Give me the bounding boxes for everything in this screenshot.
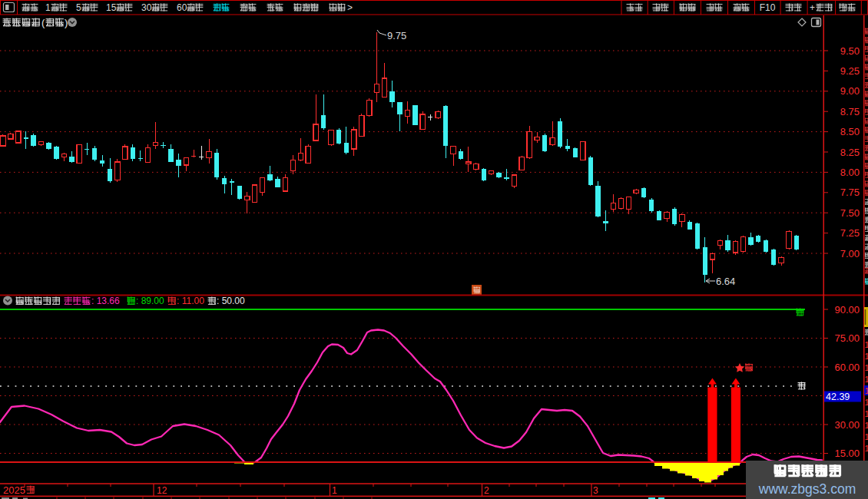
svg-text:9.25: 9.25 — [840, 65, 860, 77]
svg-text:: 13.66: : 13.66 — [91, 296, 120, 306]
svg-text:7.50: 7.50 — [840, 207, 860, 219]
svg-text:2: 2 — [484, 485, 489, 496]
svg-text:7.25: 7.25 — [840, 227, 860, 239]
svg-text:+: + — [810, 2, 815, 13]
svg-text:: 89.00: : 89.00 — [136, 296, 164, 306]
svg-text:9.00: 9.00 — [840, 85, 860, 97]
svg-text:6.64: 6.64 — [716, 276, 735, 287]
svg-text:15.00: 15.00 — [834, 448, 860, 459]
svg-text:1: 1 — [865, 444, 868, 453]
svg-text:>: > — [347, 2, 353, 13]
svg-text:75.00: 75.00 — [834, 332, 860, 344]
svg-text:7.75: 7.75 — [840, 187, 860, 198]
svg-text:30.00: 30.00 — [834, 419, 860, 431]
svg-text:8.50: 8.50 — [840, 126, 860, 137]
svg-text:1: 1 — [332, 485, 337, 496]
svg-text:90.00: 90.00 — [834, 304, 860, 316]
svg-text:1: 1 — [865, 340, 868, 349]
svg-text:2025: 2025 — [3, 484, 25, 496]
svg-text:8.00: 8.00 — [840, 167, 860, 178]
svg-text:1: 1 — [865, 398, 868, 407]
svg-text:1: 1 — [865, 421, 868, 430]
svg-text:60.00: 60.00 — [834, 362, 860, 373]
svg-text:1: 1 — [865, 409, 868, 418]
svg-text:8.25: 8.25 — [840, 147, 860, 158]
svg-text:1: 1 — [865, 352, 868, 361]
svg-text:: 50.00: : 50.00 — [217, 296, 245, 306]
svg-text:1: 1 — [865, 432, 868, 441]
svg-text:1: 1 — [865, 375, 868, 384]
svg-text:1: 1 — [865, 363, 868, 372]
svg-text:30: 30 — [141, 2, 152, 13]
svg-text:5: 5 — [76, 2, 81, 13]
svg-text:7.00: 7.00 — [840, 248, 860, 259]
svg-text:9.75: 9.75 — [387, 30, 406, 41]
svg-text:8.75: 8.75 — [840, 106, 860, 117]
svg-text:3: 3 — [593, 485, 598, 496]
svg-text:15: 15 — [106, 2, 117, 13]
svg-text:1: 1 — [45, 2, 51, 13]
svg-text:1: 1 — [865, 386, 868, 395]
svg-text:60: 60 — [177, 2, 187, 13]
svg-text:: 11.00: : 11.00 — [177, 296, 204, 306]
svg-text:(: ( — [41, 17, 45, 28]
svg-text:): ) — [65, 17, 68, 28]
svg-text:42.39: 42.39 — [826, 392, 850, 402]
svg-text:9.50: 9.50 — [840, 45, 860, 57]
svg-text:12: 12 — [157, 485, 167, 496]
svg-text:www.zbgs3.com: www.zbgs3.com — [758, 481, 856, 497]
svg-text:F10: F10 — [760, 2, 776, 13]
